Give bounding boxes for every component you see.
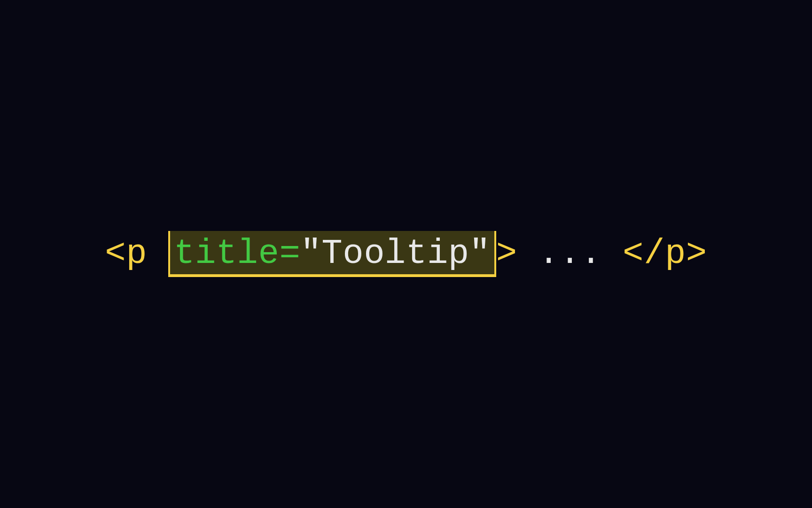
close-tag: </p> <box>623 234 707 273</box>
equals-sign: = <box>280 234 301 273</box>
open-tag-end: > <box>496 234 517 273</box>
code-snippet: <p title="Tooltip"> ... </p> <box>105 231 707 277</box>
highlighted-attribute: title="Tooltip" <box>168 231 496 277</box>
open-tag-start: <p <box>105 234 168 273</box>
attribute-name: title <box>174 234 280 273</box>
quote-open: " <box>300 234 321 273</box>
quote-close: " <box>469 234 491 273</box>
element-content: ... <box>517 234 623 273</box>
attribute-value: Tooltip <box>321 234 469 273</box>
